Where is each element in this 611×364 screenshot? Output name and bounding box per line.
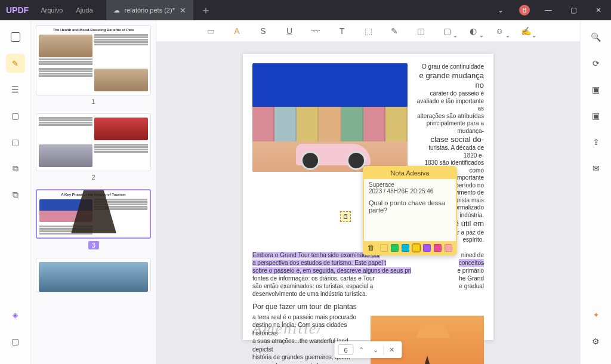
tab-label: relatório pets (2)*: [125, 7, 175, 14]
crop-tool-button[interactable]: [6, 185, 25, 204]
annotation-toolbar: ▭ A S U 〰 T ⬚ ✎ ◫ ▢ ◐ ☺ ✍: [156, 20, 580, 42]
panel-icon: [11, 32, 20, 42]
color-swatch[interactable]: [380, 244, 388, 252]
color-swatch[interactable]: [391, 244, 399, 252]
highlighter-icon: [12, 59, 18, 68]
text-tool[interactable]: T: [337, 26, 347, 36]
thumbnail-page-1[interactable]: The Health and Mood-Boosting Benefits of…: [36, 25, 151, 95]
sticky-note-author: Superace: [369, 181, 451, 188]
export-button[interactable]: [587, 106, 606, 125]
signature-tool[interactable]: ✍: [520, 26, 531, 36]
page-number-input[interactable]: 6: [338, 344, 354, 355]
navigator-close-button[interactable]: ✕: [385, 343, 399, 356]
trash-icon[interactable]: 🗑: [368, 243, 375, 252]
color-swatch[interactable]: [402, 244, 409, 252]
thumbnail-page-2[interactable]: [36, 113, 151, 171]
layers-button[interactable]: ◈: [6, 306, 25, 325]
menu-help[interactable]: Ajuda: [76, 7, 92, 14]
share-icon: [593, 137, 600, 147]
mail-icon: [593, 164, 600, 173]
export-icon: [592, 111, 600, 121]
properties-button[interactable]: [587, 80, 606, 99]
read-tool-button[interactable]: [6, 132, 25, 152]
thumbnail-panel-button[interactable]: [6, 27, 25, 47]
page-subheading: Por que fazer um tour de plantas: [252, 303, 484, 311]
thumbnail-number: 3: [88, 241, 99, 249]
bookmark-icon: [11, 337, 19, 346]
add-tab-button[interactable]: ＋: [200, 3, 211, 17]
left-tool-rail: ◈: [0, 20, 31, 364]
page-navigator: 6 ⌃ ⌄ ✕: [335, 341, 402, 358]
document-tab[interactable]: ☁ relatório pets (2)* ✕: [106, 0, 193, 20]
form-tool-button[interactable]: [6, 106, 25, 125]
thumbnail-page-4[interactable]: [36, 258, 151, 292]
highlight-tool[interactable]: A: [232, 26, 242, 36]
gear-icon: [592, 337, 600, 346]
sticker-tool[interactable]: ☺: [494, 26, 505, 36]
highlight-tool-button[interactable]: [6, 54, 25, 73]
close-icon[interactable]: ✕: [180, 6, 186, 15]
shape-tool[interactable]: ▢: [442, 26, 452, 36]
read-icon: [11, 137, 19, 147]
ocr-button[interactable]: [587, 54, 606, 73]
organize-icon: [13, 164, 18, 174]
pencil-tool[interactable]: ✎: [389, 26, 400, 36]
sticky-note-text[interactable]: Qual o ponto chave dessa parte?: [364, 196, 456, 241]
watermark-text: Amenitie/: [252, 320, 323, 338]
maximize-button[interactable]: ▢: [561, 0, 586, 20]
organize-tool-button[interactable]: [6, 159, 25, 178]
sticky-note-popup[interactable]: Nota Adesiva Superace 2023 / 48H26E 20:2…: [363, 166, 457, 255]
sticky-note-footer: 🗑: [364, 241, 456, 254]
title-bar: UPDF Arquivo Ajuda ☁ relatório pets (2)*…: [0, 0, 611, 20]
email-button[interactable]: [587, 159, 606, 178]
app-logo: UPDF: [6, 5, 29, 15]
thumbnail-number: 1: [91, 98, 95, 105]
page-paragraph-1: Embora o Grand Tour tenha sido examinado…: [252, 251, 484, 298]
stamp-tool[interactable]: ◐: [468, 26, 479, 36]
comment-tool[interactable]: ▭: [205, 26, 216, 36]
ocr-icon: [593, 58, 600, 68]
eraser-tool[interactable]: ◫: [415, 26, 426, 36]
page-down-button[interactable]: ⌄: [369, 343, 382, 356]
share-button[interactable]: [587, 132, 606, 152]
chevron-down-icon[interactable]: ⌄: [488, 0, 513, 20]
thumbnail-number: 2: [91, 174, 95, 181]
cloud-icon: ☁: [113, 7, 120, 14]
strikethrough-tool[interactable]: S: [258, 26, 269, 36]
search-button[interactable]: [587, 27, 606, 47]
textbox-tool[interactable]: ⬚: [363, 26, 374, 36]
menu-file[interactable]: Arquivo: [41, 7, 63, 14]
form-icon: [11, 111, 19, 121]
squiggly-tool[interactable]: 〰: [310, 26, 321, 36]
ai-button[interactable]: ✦: [587, 306, 606, 325]
window-controls: ⌄ B — ▢ ✕: [488, 0, 611, 20]
thumbnail-title: The Health and Mood-Boosting Benefits of…: [39, 28, 148, 32]
crop-icon: [13, 190, 18, 200]
right-tool-rail: ✦: [580, 20, 611, 364]
doc-icon: [592, 85, 600, 94]
annotate-tool-button[interactable]: [6, 80, 25, 99]
color-swatch[interactable]: [445, 244, 452, 252]
close-button[interactable]: ✕: [586, 0, 611, 20]
note-anchor-icon[interactable]: 🗒: [340, 211, 351, 222]
thumbnail-panel: The Health and Mood-Boosting Benefits of…: [31, 20, 156, 364]
color-swatch[interactable]: [434, 244, 442, 252]
settings-button[interactable]: [587, 332, 606, 351]
color-swatch[interactable]: [412, 244, 420, 252]
underline-tool[interactable]: U: [284, 26, 295, 36]
color-swatch[interactable]: [423, 244, 431, 252]
bookmarks-button[interactable]: [6, 332, 25, 351]
minimize-button[interactable]: —: [536, 0, 561, 20]
sticky-note-timestamp: 2023 / 48H26E 20:25:46: [369, 188, 451, 195]
page-up-button[interactable]: ⌃: [355, 343, 368, 356]
lines-icon: [11, 85, 19, 94]
page-image-havana: [252, 63, 408, 172]
avatar[interactable]: B: [519, 5, 530, 16]
search-icon: [591, 32, 601, 42]
sticky-note-title: Nota Adesiva: [364, 167, 456, 179]
thumbnail-page-3[interactable]: A Key Phase in the History of Tourism: [36, 189, 151, 239]
